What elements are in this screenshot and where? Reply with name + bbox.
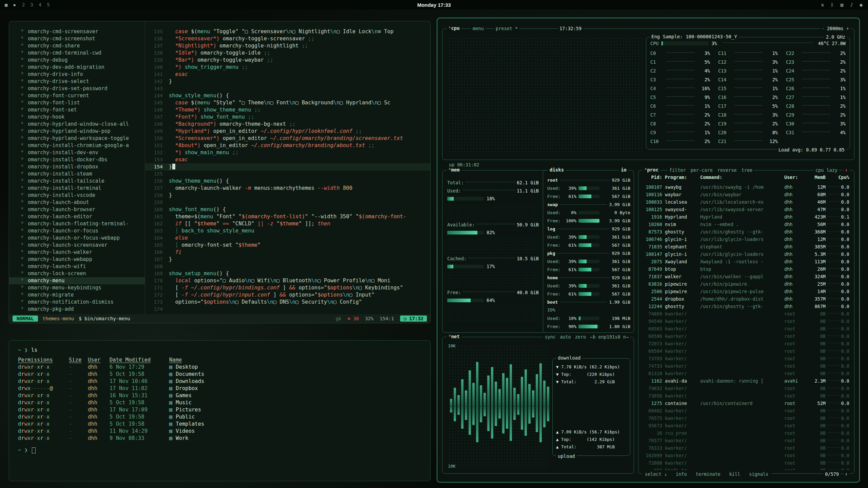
code-editor[interactable]: 135 case $(menu "Toggle" "▢ Screensaver\… xyxy=(145,21,430,314)
process-row[interactable]: 108147 glycin-i /usr/lib/glycin-loaders … xyxy=(643,250,849,258)
file-tree-item[interactable]: *omarchy-menu-keybindings xyxy=(9,284,145,291)
process-row[interactable]: 68584 kworker/ root 0B 0.0 xyxy=(643,347,849,355)
process-row[interactable]: 68586 kworker/ root 0B 0.0 xyxy=(643,332,849,340)
file-tree-item[interactable]: *omarchy-launch-browser xyxy=(9,206,145,213)
file-tree-item[interactable]: *omarchy-pkg-add xyxy=(9,306,145,313)
process-row[interactable]: 2506 pipewire /usr/bin/pipewire-pulse dh… xyxy=(643,288,849,295)
file-tree-item[interactable]: *omarchy-hyprland-window-pop xyxy=(9,128,145,135)
process-row[interactable]: 2075 Xwayland Xwayland :1 -rootless - dh… xyxy=(643,258,849,265)
file-tree-item[interactable]: *omarchy-install-dev-env xyxy=(9,149,145,156)
interval-decrease-button[interactable]: - xyxy=(822,26,824,31)
process-row[interactable]: 74869 kworker/ root 0B 0.0 xyxy=(643,310,849,318)
process-row[interactable]: 87649 btop btop dhh 26M 0.0 xyxy=(643,265,849,273)
proc-option-button[interactable]: reverse xyxy=(717,167,737,173)
process-row[interactable]: 76313 kworker/ root 0B 0.0 xyxy=(643,444,849,452)
process-row[interactable]: 2544 dropbox /home/dhh/.dropbox-dist dhh… xyxy=(643,295,849,303)
process-row[interactable]: 94540 kworker/ root 0B 0.0 xyxy=(643,318,849,325)
file-tree-item[interactable]: *omarchy-launch-walker xyxy=(9,249,145,256)
cpu-panel-title[interactable]: ¹cpu xyxy=(447,25,461,31)
process-row[interactable]: 1275 containe /usr/bin/containerd root 5… xyxy=(643,400,849,407)
process-row[interactable]: 73656 kworker/ root 0B 0.0 xyxy=(643,392,849,400)
process-row[interactable]: 803 btrfs-tr root 0B 0.0 xyxy=(643,467,849,470)
disks-panel-title[interactable]: disks xyxy=(548,167,566,172)
process-row[interactable]: 73703 kworker/ root 0B 0.0 xyxy=(643,355,849,362)
net-button[interactable]: zero xyxy=(575,334,586,340)
process-row[interactable]: 87573 ghostty /usr/bin/ghostty --gtk- dh… xyxy=(643,228,849,236)
file-tree-item[interactable]: *omarchy-hyprland-window-close-all xyxy=(9,121,145,128)
file-tree-item[interactable]: *omarchy-launch-or-focus xyxy=(9,227,145,235)
net-button[interactable]: auto xyxy=(560,334,571,340)
io-panel-title[interactable]: io xyxy=(619,167,628,172)
proc-footer-button[interactable]: select ↓ xyxy=(644,471,668,477)
file-tree-item[interactable]: *omarchy-install-dropbox xyxy=(9,163,145,170)
menu-button[interactable]: menu xyxy=(471,26,486,31)
file-tree-item[interactable]: *omarchy-launch-screensaver xyxy=(9,242,145,249)
process-row[interactable]: 16 rcu_pree root 0B 0.0 xyxy=(643,429,849,437)
file-tree-item[interactable]: *omarchy-install-tailscale xyxy=(9,178,145,185)
file-tree-item[interactable]: *omarchy-font-current xyxy=(9,92,145,99)
file-tree-item[interactable]: *omarchy-debug xyxy=(9,57,145,64)
process-row[interactable]: 76575 kworker/ root 0B 0.0 xyxy=(643,414,849,422)
file-tree-item[interactable]: *omarchy-install-vscode xyxy=(9,192,145,199)
proc-panel-title[interactable]: ⁴proc xyxy=(643,167,660,172)
process-row[interactable]: 71837 walker /usr/bin/walker --gappl dhh… xyxy=(643,273,849,280)
process-row[interactable]: 108125 swayosd- /usr/lib/swayosd-server … xyxy=(643,206,849,213)
file-tree[interactable]: *omarchy-cmd-screensaver *omarchy-cmd-sc… xyxy=(9,21,145,314)
file-tree-item[interactable]: *omarchy-launch-wifi xyxy=(9,263,145,270)
file-tree-item[interactable]: *omarchy-drive-set-password xyxy=(9,85,145,92)
file-tree-item[interactable]: *omarchy-font-list xyxy=(9,99,145,106)
file-tree-item[interactable]: *omarchy-drive-info xyxy=(9,71,145,78)
file-tree-item[interactable]: *omarchy-install-terminal xyxy=(9,185,145,192)
process-row[interactable]: 10268 nvim nvim --embed . dhh 56M 0.0 xyxy=(643,221,849,228)
process-row[interactable]: 12244 ghostty /usr/bin/ghostty --gtk- dh… xyxy=(643,303,849,310)
scroll-up-icon[interactable]: ⬆ xyxy=(843,167,849,173)
preset-button[interactable]: preset * xyxy=(494,26,519,31)
interval-increase-button[interactable]: + xyxy=(846,26,849,31)
process-row[interactable]: 108107 swaybg /usr/bin/swaybg -i /hom dh… xyxy=(643,183,849,191)
file-tree-item[interactable]: *omarchy-install-docker-dbs xyxy=(9,156,145,163)
file-tree-item[interactable]: *omarchy-launch-or-focus-webapp xyxy=(9,235,145,242)
prompt-line[interactable]: ~ ❯ xyxy=(18,447,421,454)
process-row[interactable]: 68402 kworker/ root 0B 0.0 xyxy=(643,407,849,414)
process-row[interactable]: 102099 kworker/ root 0B 0.0 xyxy=(643,452,849,459)
process-row[interactable]: 81310 kworker/ root 0B 0.0 xyxy=(643,370,849,377)
process-row[interactable]: 106746 glycin-i /usr/lib/glycin-loaders … xyxy=(643,236,849,243)
proc-footer-button[interactable]: signals xyxy=(748,471,770,477)
net-button[interactable]: sync xyxy=(545,334,556,340)
process-row[interactable]: 1916 Hyprland Hyprland dhh 423M 0.1 xyxy=(643,213,849,221)
file-tree-item[interactable]: *omarchy-notification-dismiss xyxy=(9,299,145,306)
process-list[interactable]: 108107 swaybg /usr/bin/swaybg -i /hom dh… xyxy=(643,183,849,470)
file-tree-item[interactable]: *omarchy-drive-select xyxy=(9,78,145,85)
process-row[interactable]: 76577 kworker/ root 0B 0.0 xyxy=(643,437,849,444)
proc-option-button[interactable]: filter xyxy=(669,167,686,173)
proc-footer-button[interactable]: kill xyxy=(728,471,742,477)
process-row[interactable]: 72073 kworker/ root 0B 0.0 xyxy=(643,340,849,347)
file-tree-item[interactable]: *omarchy-lock-screen xyxy=(9,270,145,277)
scroll-down-icon[interactable]: ⬇ xyxy=(843,471,849,477)
process-row[interactable]: 68583 kworker/ root 0B 0.0 xyxy=(643,325,849,332)
mem-panel-title[interactable]: ²mem xyxy=(447,167,461,172)
file-tree-item[interactable]: *omarchy-cmd-terminal-cwd xyxy=(9,49,145,57)
file-tree-item[interactable]: *omarchy-cmd-screenshot xyxy=(9,35,145,42)
file-tree-item[interactable]: *omarchy-launch-editor xyxy=(9,213,145,220)
process-row[interactable]: 108033 localsea /usr/lib/localsearch-ex … xyxy=(643,198,849,206)
proc-option-button[interactable]: tree xyxy=(742,167,753,173)
net-panel-title[interactable]: ³net xyxy=(447,334,461,339)
file-tree-item[interactable]: *omarchy-cmd-share xyxy=(9,42,145,49)
file-tree-item[interactable]: *omarchy-dev-add-migration xyxy=(9,64,145,71)
file-tree-item[interactable]: *omarchy-launch-floating-terminal- xyxy=(9,220,145,227)
process-row[interactable]: 74733 kworker/ root 0B 0.0 xyxy=(643,362,849,370)
process-row[interactable]: 71835 elephant elephant dhh 385M 0.0 xyxy=(643,243,849,250)
process-row[interactable]: 72088 kworker/ root 0B 0.0 xyxy=(643,459,849,467)
net-button[interactable]: ←b enp191s0 n→ xyxy=(590,334,629,340)
file-tree-item[interactable]: *omarchy-cmd-screensaver xyxy=(9,28,145,35)
proc-footer-button[interactable]: terminate xyxy=(694,471,722,477)
proc-footer-button[interactable]: info xyxy=(674,471,688,477)
file-tree-item[interactable]: *omarchy-font-set xyxy=(9,106,145,114)
file-tree-item[interactable]: *omarchy-migrate xyxy=(9,291,145,299)
file-tree-item[interactable]: *omarchy-hook xyxy=(9,114,145,121)
proc-option-button[interactable]: per-core xyxy=(691,167,713,173)
proc-sort-mode[interactable]: cpu lazy xyxy=(814,167,839,173)
process-row[interactable]: 63816 pipewire /usr/bin/pipewire dhh 25M… xyxy=(643,280,849,288)
file-tree-item[interactable]: *omarchy-hyprland-workspace-toggle xyxy=(9,135,145,142)
